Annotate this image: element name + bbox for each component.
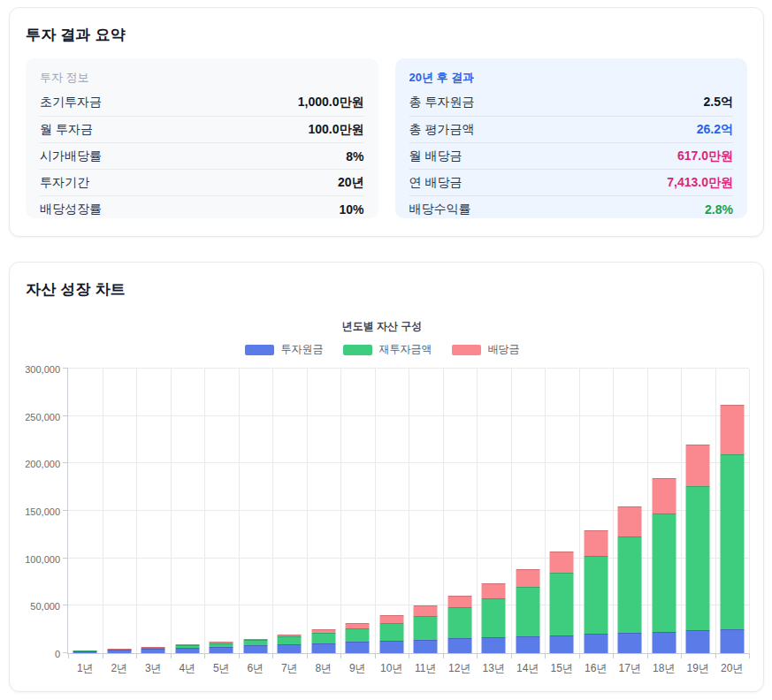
summary-panels: 투자 정보 초기투자금1,000.0만원월 투자금100.0만원시가배당률8%투… <box>26 58 747 218</box>
x-axis-tick <box>239 653 240 658</box>
bar-segment-투자원금 <box>73 651 97 653</box>
bar-column-5년[interactable] <box>210 369 233 653</box>
result-panel-rows: 총 투자원금2.5억총 평가금액26.2억월 배당금617.0만원연 배당금7,… <box>409 89 734 222</box>
bar-segment-재투자금액 <box>516 587 539 636</box>
row-label: 월 배당금 <box>409 148 462 164</box>
bar-column-10년[interactable] <box>379 369 403 653</box>
gridline-vertical <box>239 369 240 653</box>
bar-column-4년[interactable] <box>175 369 199 653</box>
legend-swatch <box>452 345 481 355</box>
x-tick-label: 17년 <box>619 661 641 676</box>
bar-column-2년[interactable] <box>107 369 131 653</box>
bar-segment-재투자금액 <box>550 573 574 635</box>
row-value: 8% <box>346 149 363 164</box>
bar-column-1년[interactable] <box>73 369 97 653</box>
x-tick-label: 18년 <box>653 661 675 676</box>
bar-segment-투자원금 <box>243 645 267 653</box>
gridline-vertical <box>307 369 308 653</box>
x-axis-tick <box>681 653 682 658</box>
bar-column-17년[interactable] <box>618 369 642 653</box>
x-tick-label: 11년 <box>415 661 436 676</box>
gridline-vertical <box>477 369 478 653</box>
bar-segment-재투자금액 <box>482 598 506 637</box>
bar-segment-재투자금액 <box>278 636 302 643</box>
bar-column-6년[interactable] <box>243 369 267 653</box>
x-tick-label: 7년 <box>281 661 298 676</box>
bar-column-12년[interactable] <box>447 369 471 653</box>
legend-label: 배당금 <box>488 342 520 357</box>
legend-swatch <box>245 345 274 355</box>
bar-segment-투자원금 <box>278 644 302 653</box>
bar-segment-배당금 <box>584 530 608 556</box>
summary-row: 총 투자원금2.5억 <box>409 89 734 116</box>
x-axis-tick <box>136 653 137 658</box>
bar-column-15년[interactable] <box>550 369 574 653</box>
y-tick-label: 200,000 <box>7 459 60 469</box>
info-panel-rows: 초기투자금1,000.0만원월 투자금100.0만원시가배당률8%투자기간20년… <box>40 89 364 222</box>
gridline-vertical <box>375 369 376 653</box>
bar-segment-재투자금액 <box>652 514 676 632</box>
bar-column-8년[interactable] <box>311 369 335 653</box>
x-tick-label: 10년 <box>380 661 402 676</box>
bar-segment-재투자금액 <box>720 454 744 630</box>
bar-segment-투자원금 <box>141 649 165 653</box>
y-axis-tick <box>63 415 68 416</box>
bar-column-14년[interactable] <box>516 369 539 653</box>
x-tick-label: 2년 <box>111 661 127 676</box>
bar-column-3년[interactable] <box>141 369 165 653</box>
bar-segment-재투자금액 <box>686 486 710 631</box>
legend-label: 재투자금액 <box>379 342 432 357</box>
y-tick-label: 50,000 <box>7 601 60 612</box>
gridline-vertical <box>715 369 716 653</box>
gridline-vertical <box>340 369 341 653</box>
x-axis-tick <box>340 653 341 658</box>
x-axis-tick <box>204 653 205 658</box>
bar-segment-배당금 <box>720 405 744 454</box>
bar-segment-배당금 <box>618 506 642 536</box>
info-panel-title: 투자 정보 <box>40 70 364 86</box>
bar-segment-배당금 <box>447 596 471 607</box>
row-label: 배당수익률 <box>409 202 471 217</box>
summary-row: 월 투자금100.0만원 <box>40 116 364 142</box>
bar-segment-투자원금 <box>107 650 131 653</box>
row-value: 1,000.0만원 <box>298 95 364 110</box>
y-axis-tick <box>63 510 68 511</box>
bar-column-20년[interactable] <box>720 369 744 653</box>
x-tick-label: 9년 <box>349 661 366 676</box>
y-axis-tick <box>63 605 68 605</box>
x-tick-label: 8년 <box>315 661 332 676</box>
bar-column-9년[interactable] <box>346 369 370 653</box>
bar-segment-투자원금 <box>550 635 574 653</box>
legend-item-재투자금액[interactable]: 재투자금액 <box>343 342 432 357</box>
row-value: 100.0만원 <box>308 122 363 138</box>
row-value: 26.2억 <box>697 122 733 138</box>
row-label: 초기투자금 <box>40 95 102 110</box>
gridline-vertical <box>443 369 444 653</box>
summary-row: 연 배당금7,413.0만원 <box>409 169 734 195</box>
bar-column-18년[interactable] <box>652 369 676 653</box>
bar-column-13년[interactable] <box>482 369 506 653</box>
bar-column-7년[interactable] <box>278 369 302 653</box>
legend-item-투자원금[interactable]: 투자원금 <box>245 342 324 357</box>
row-value: 2.8% <box>705 202 733 217</box>
x-tick-label: 1년 <box>77 661 94 676</box>
x-axis-tick <box>545 653 546 658</box>
bar-column-19년[interactable] <box>686 369 710 653</box>
legend-swatch <box>343 345 372 355</box>
x-axis-tick <box>511 653 512 658</box>
bar-column-16년[interactable] <box>584 369 608 653</box>
y-tick-label: 0 <box>7 649 60 659</box>
gridline-vertical <box>409 369 409 653</box>
x-tick-label: 6년 <box>247 661 264 676</box>
bar-segment-재투자금액 <box>584 556 608 634</box>
bar-segment-재투자금액 <box>618 536 642 633</box>
bar-column-11년[interactable] <box>414 369 438 653</box>
chart-section-title: 자산 성장 차트 <box>26 279 763 300</box>
bar-segment-배당금 <box>652 478 676 514</box>
x-axis-tick <box>307 653 308 658</box>
summary-row: 시가배당률8% <box>40 142 364 169</box>
bar-segment-투자원금 <box>584 634 608 653</box>
legend-item-배당금[interactable]: 배당금 <box>452 342 520 357</box>
x-tick-label: 20년 <box>721 661 743 676</box>
bar-segment-배당금 <box>550 552 574 574</box>
